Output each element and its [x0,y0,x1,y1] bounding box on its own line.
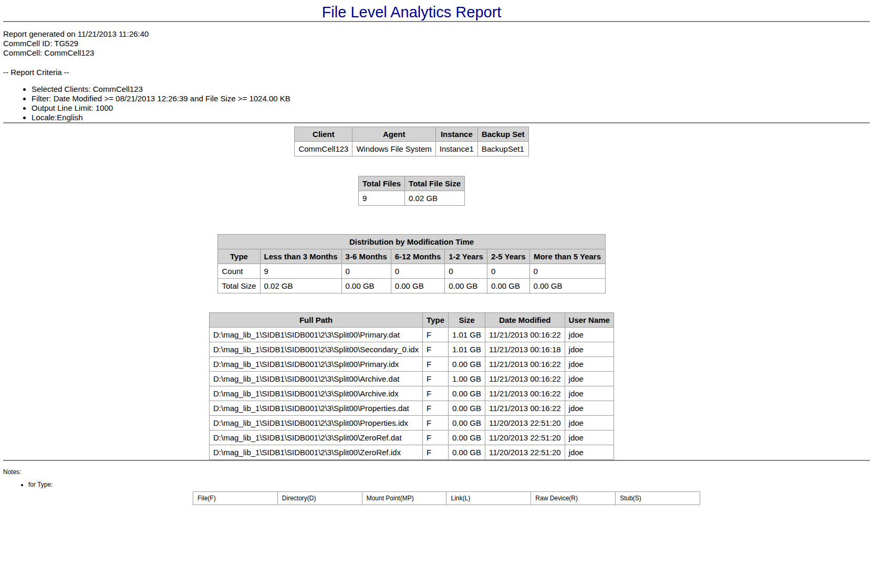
notes-label: Notes: [3,468,873,476]
type-cell: F [423,357,449,372]
type-cell: F [423,328,449,342]
count-cell: 9 [260,264,341,279]
user-name-cell: jdoe [565,386,614,401]
row-label-cell: Count [218,264,260,279]
full-path-cell: D:\mag_lib_1\SIDB1\SIDB001\2\3\Split00\A… [210,372,423,386]
criteria-divider [3,122,870,123]
report-page: File Level Analytics Report Report gener… [0,3,873,505]
type-header: Type [218,249,260,264]
notes-section: Notes: for Type: File(F) Directory(D) Mo… [3,468,873,505]
size-total-cell: 0.00 GB [445,279,487,293]
legend-raw-device-cell: Raw Device(R) [531,492,616,505]
count-cell: 0 [487,264,529,279]
table-row: D:\mag_lib_1\SIDB1\SIDB001\2\3\Split00\P… [210,328,614,342]
full-path-cell: D:\mag_lib_1\SIDB1\SIDB001\2\3\Split00\S… [210,342,423,357]
total-files-header: Total Files [359,176,405,191]
user-name-cell: jdoe [565,342,614,357]
size-total-cell: 0.00 GB [529,279,605,293]
type-cell: F [423,445,449,460]
user-name-cell: jdoe [565,372,614,386]
size-cell: 0.00 GB [449,357,485,372]
count-cell: 0 [391,264,445,279]
table-row: D:\mag_lib_1\SIDB1\SIDB001\2\3\Split00\P… [210,401,614,416]
generated-on-text: Report generated on 11/21/2013 11:26:40 [3,29,873,39]
notes-item: for Type: [28,481,873,488]
date-modified-cell: 11/20/2013 22:51:20 [485,416,565,430]
table-row: D:\mag_lib_1\SIDB1\SIDB001\2\3\Split00\A… [210,372,614,386]
full-path-cell: D:\mag_lib_1\SIDB1\SIDB001\2\3\Split00\P… [210,328,423,342]
date-modified-cell: 11/20/2013 22:51:20 [485,430,565,445]
distribution-table: Distribution by Modification Time Type L… [217,234,605,293]
legend-file-cell: File(F) [193,492,278,505]
criteria-item: Selected Clients: CommCell123 [32,85,873,94]
date-modified-cell: 11/21/2013 00:16:22 [485,386,565,401]
table-row: D:\mag_lib_1\SIDB1\SIDB001\2\3\Split00\Z… [210,445,614,460]
user-name-header: User Name [565,313,614,328]
size-total-cell: 0.02 GB [260,279,341,293]
table-row: D:\mag_lib_1\SIDB1\SIDB001\2\3\Split00\Z… [210,430,614,445]
table-row: Count 9 0 0 0 0 0 [218,264,605,279]
user-name-cell: jdoe [565,445,614,460]
size-cell: 0.00 GB [449,445,485,460]
legend-stub-cell: Stub(S) [616,492,700,505]
distribution-table-title: Distribution by Modification Time [218,235,605,249]
table-row: CommCell123 Windows File System Instance… [295,142,528,156]
size-cell: 0.00 GB [449,386,485,401]
table-row: 9 0.02 GB [359,191,465,206]
count-cell: 0 [341,264,391,279]
file-table: Full Path Type Size Date Modified User N… [209,312,614,460]
table-row: Total Size 0.02 GB 0.00 GB 0.00 GB 0.00 … [218,279,605,293]
3-6-months-header: 3-6 Months [341,249,391,264]
notes-list: for Type: [3,481,873,488]
client-table: Client Agent Instance Backup Set CommCel… [294,127,528,156]
type-cell: F [423,401,449,416]
top-divider [3,21,870,22]
full-path-cell: D:\mag_lib_1\SIDB1\SIDB001\2\3\Split00\P… [210,401,423,416]
type-cell: F [423,342,449,357]
table-row: D:\mag_lib_1\SIDB1\SIDB001\2\3\Split00\S… [210,342,614,357]
count-cell: 0 [445,264,487,279]
user-name-cell: jdoe [565,416,614,430]
2-5-years-header: 2-5 Years [487,249,529,264]
legend-directory-cell: Directory(D) [277,492,362,505]
6-12-months-header: 6-12 Months [391,249,445,264]
full-path-cell: D:\mag_lib_1\SIDB1\SIDB001\2\3\Split00\P… [210,416,423,430]
row-label-cell: Total Size [218,279,260,293]
full-path-header: Full Path [210,313,423,328]
instance-cell: Instance1 [435,142,477,156]
totals-table: Total Files Total File Size 9 0.02 GB [358,176,465,206]
total-file-size-cell: 0.02 GB [405,191,465,206]
type-legend-table: File(F) Directory(D) Mount Point(MP) Lin… [193,491,700,505]
table-header-row: Type Less than 3 Months 3-6 Months 6-12 … [218,249,605,264]
type-cell: F [423,386,449,401]
criteria-item: Output Line Limit: 1000 [32,103,873,113]
user-name-cell: jdoe [565,328,614,342]
table-title-row: Distribution by Modification Time [218,235,605,249]
agent-cell: Windows File System [352,142,435,156]
size-cell: 1.01 GB [449,328,485,342]
commcell-name-text: CommCell: CommCell123 [3,48,873,58]
total-files-cell: 9 [359,191,405,206]
type-cell: F [423,372,449,386]
instance-header: Instance [435,127,477,142]
backup-set-cell: BackupSet1 [477,142,528,156]
more-5-years-header: More than 5 Years [529,249,605,264]
criteria-item: Locale:English [32,113,873,122]
size-cell: 1.01 GB [449,342,485,357]
legend-link-cell: Link(L) [446,492,531,505]
full-path-cell: D:\mag_lib_1\SIDB1\SIDB001\2\3\Split00\Z… [210,445,423,460]
full-path-cell: D:\mag_lib_1\SIDB1\SIDB001\2\3\Split00\A… [210,386,423,401]
criteria-item: Filter: Date Modified >= 08/21/2013 12:2… [32,94,873,103]
type-cell: F [423,416,449,430]
table-row: D:\mag_lib_1\SIDB1\SIDB001\2\3\Split00\P… [210,357,614,372]
type-header: Type [423,313,449,328]
user-name-cell: jdoe [565,430,614,445]
table-row: D:\mag_lib_1\SIDB1\SIDB001\2\3\Split00\A… [210,386,614,401]
report-meta: Report generated on 11/21/2013 11:26:40 … [3,29,873,122]
size-total-cell: 0.00 GB [341,279,391,293]
table-header-row: Client Agent Instance Backup Set [295,127,528,142]
notes-divider [3,460,870,461]
backup-set-header: Backup Set [477,127,528,142]
date-modified-cell: 11/21/2013 00:16:22 [485,328,565,342]
1-2-years-header: 1-2 Years [445,249,487,264]
